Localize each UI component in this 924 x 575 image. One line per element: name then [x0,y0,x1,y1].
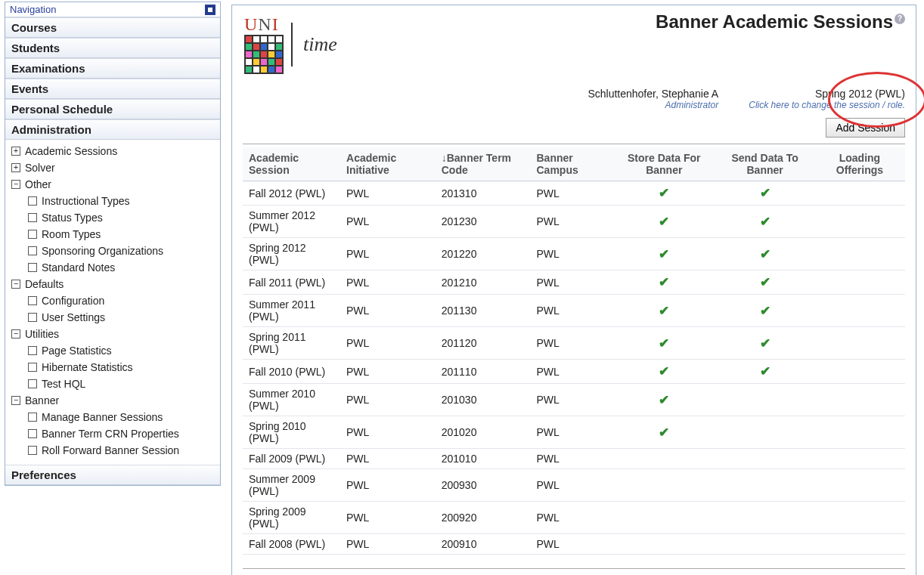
nav-section-events[interactable]: Events [5,79,220,99]
table-row[interactable]: Spring 2011 (PWL)PWL201120PWL✔✔ [243,327,905,360]
collapse-icon[interactable] [11,180,20,189]
check-icon: ✔ [760,304,771,318]
leaf-icon [28,213,37,222]
check-icon: ✔ [760,186,771,200]
table-row[interactable]: Spring 2009 (PWL)PWL200920PWL [243,502,905,534]
col-send[interactable]: Send Data To Banner [715,147,814,181]
table-row[interactable]: Fall 2008 (PWL)PWL200910PWL [243,534,905,555]
check-icon: ✔ [659,304,669,318]
check-icon: ✔ [659,336,669,351]
leaf-icon [28,263,37,272]
user-info[interactable]: Schluttenhofer, Stephanie A Administrato… [588,88,718,110]
tree-leaf-roll-forward-banner-session[interactable]: Roll Forward Banner Session [10,442,215,459]
tree-leaf-banner-term-crn-properties[interactable]: Banner Term CRN Properties [10,425,215,442]
tree-leaf-sponsoring-organizations[interactable]: Sponsoring Organizations [10,243,215,259]
logo-time-text: time [303,33,337,56]
col-campus[interactable]: Banner Campus [530,147,612,181]
expand-icon[interactable] [11,147,20,156]
nav-section-administration[interactable]: Administration [5,119,220,140]
tree-leaf-room-types[interactable]: Room Types [10,226,215,243]
leaf-icon [28,446,37,455]
table-row[interactable]: Summer 2012 (PWL)PWL201230PWL✔✔ [243,206,905,238]
session-hint: Click here to change the session / role. [749,100,905,110]
tree-node-other[interactable]: Other [10,176,215,193]
add-session-button-top[interactable]: Add Session [826,118,905,138]
check-icon: ✔ [659,247,669,261]
check-icon: ✔ [760,336,771,351]
table-row[interactable]: Summer 2009 (PWL)PWL200930PWL [243,469,905,502]
table-row[interactable]: Summer 2010 (PWL)PWL201030PWL✔ [243,384,905,416]
tree-node-solver[interactable]: Solver [10,159,215,176]
tree-node-banner[interactable]: Banner [10,392,215,409]
navigation-title-bar: Navigation [5,2,220,17]
leaf-icon [28,429,37,438]
table-row[interactable]: Fall 2012 (PWL)PWL201310PWL✔✔ [243,181,905,206]
nav-section-preferences[interactable]: Preferences [5,465,220,485]
check-icon: ✔ [659,393,669,407]
table-row[interactable]: Summer 2011 (PWL)PWL201130PWL✔✔ [243,295,905,327]
leaf-icon [28,230,37,239]
check-icon: ✔ [760,247,771,261]
leaf-icon [28,246,37,255]
col-session[interactable]: Academic Session [243,147,340,181]
table-header-row: Academic Session Academic Initiative ↓Ba… [243,147,905,181]
check-icon: ✔ [760,275,771,289]
tree-node-defaults[interactable]: Defaults [10,276,215,292]
tree-leaf-test-hql[interactable]: Test HQL [10,376,215,392]
col-initiative[interactable]: Academic Initiative [340,147,436,181]
table-row[interactable]: Fall 2011 (PWL)PWL201210PWL✔✔ [243,270,905,295]
tree-leaf-hibernate-statistics[interactable]: Hibernate Statistics [10,359,215,376]
nav-section-examinations[interactable]: Examinations [5,58,220,79]
leaf-icon [28,379,37,388]
check-icon: ✔ [659,425,669,440]
check-icon: ✔ [659,215,669,229]
tree-leaf-manage-banner-sessions[interactable]: Manage Banner Sessions [10,409,215,425]
tree-leaf-page-statistics[interactable]: Page Statistics [10,342,215,359]
expand-icon[interactable] [11,163,20,172]
collapse-icon[interactable] [11,329,20,339]
leaf-icon [28,296,37,305]
page-title: Banner Academic Sessions? [656,11,905,32]
table-row[interactable]: Spring 2012 (PWL)PWL201220PWL✔✔ [243,238,905,270]
check-icon: ✔ [659,275,669,289]
navigation-title: Navigation [10,4,56,15]
administration-tree: Academic Sessions Solver Other Instructi… [5,140,220,465]
tree-leaf-status-types[interactable]: Status Types [10,209,215,226]
leaf-icon [28,413,37,422]
app-logo: UNI time [243,11,339,77]
main-content: UNI time Banner Academic Sessions? Schlu… [231,5,916,575]
col-term[interactable]: ↓Banner Term Code [436,147,531,181]
user-name: Schluttenhofer, Stephanie A [588,88,718,100]
nav-section-students[interactable]: Students [5,38,220,58]
collapse-icon[interactable] [11,396,20,405]
session-info[interactable]: Spring 2012 (PWL) Click here to change t… [749,88,905,110]
leaf-icon [28,313,37,322]
leaf-icon [28,346,37,355]
col-loading[interactable]: Loading Offerings [814,147,905,181]
collapse-icon[interactable] [205,5,215,15]
table-row[interactable]: Spring 2010 (PWL)PWL201020PWL✔ [243,416,905,449]
help-icon[interactable]: ? [895,14,905,24]
session-label: Spring 2012 (PWL) [749,88,905,100]
tree-leaf-standard-notes[interactable]: Standard Notes [10,259,215,276]
tree-node-utilities[interactable]: Utilities [10,326,215,342]
collapse-icon[interactable] [11,280,20,289]
tree-leaf-configuration[interactable]: Configuration [10,292,215,309]
col-store[interactable]: Store Data For Banner [612,147,715,181]
navigation-panel: Navigation Courses Students Examinations… [5,2,221,486]
leaf-icon [28,363,37,372]
leaf-icon [28,196,37,206]
check-icon: ✔ [659,364,669,379]
table-row[interactable]: Fall 2009 (PWL)PWL201010PWL [243,449,905,469]
nav-section-personal-schedule[interactable]: Personal Schedule [5,99,220,119]
sessions-table: Academic Session Academic Initiative ↓Ba… [243,147,905,555]
check-icon: ✔ [760,364,771,379]
tree-leaf-user-settings[interactable]: User Settings [10,309,215,326]
nav-section-courses[interactable]: Courses [5,17,220,38]
user-role: Administrator [588,100,718,110]
tree-leaf-instructional-types[interactable]: Instructional Types [10,193,215,209]
table-row[interactable]: Fall 2010 (PWL)PWL201110PWL✔✔ [243,360,905,384]
check-icon: ✔ [659,186,669,200]
tree-node-academic-sessions[interactable]: Academic Sessions [10,143,215,159]
check-icon: ✔ [760,215,771,229]
